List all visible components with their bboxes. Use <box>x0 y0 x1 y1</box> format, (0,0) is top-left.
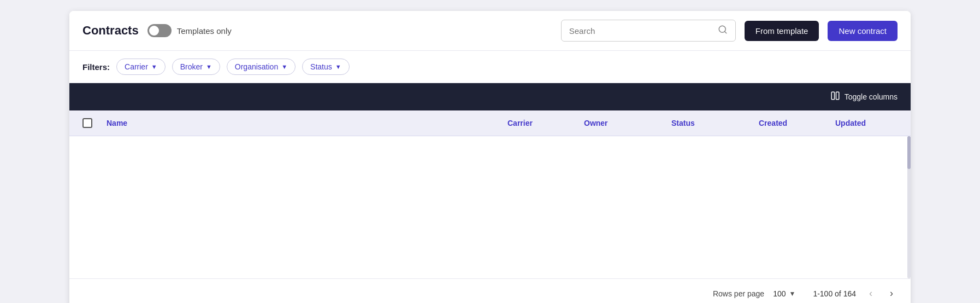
header-carrier[interactable]: Carrier <box>502 111 578 135</box>
filter-broker[interactable]: Broker ▼ <box>172 59 220 75</box>
header-updated[interactable]: Updated <box>830 111 906 135</box>
header-checkbox-cell <box>74 110 101 136</box>
search-icon <box>718 25 728 37</box>
chevron-down-icon: ▼ <box>281 63 287 70</box>
toggle-columns-button[interactable]: Toggle columns <box>830 91 898 103</box>
chevron-down-icon: ▼ <box>151 63 157 70</box>
new-contract-button[interactable]: New contract <box>828 21 898 41</box>
toggle-knob <box>149 26 159 36</box>
header: Contracts Templates only From template N… <box>69 11 911 51</box>
filter-status-label: Status <box>310 62 332 71</box>
rows-per-page-value: 100 <box>773 289 786 298</box>
filter-broker-label: Broker <box>180 62 203 71</box>
filter-status[interactable]: Status ▼ <box>302 59 350 75</box>
chevron-down-icon: ▼ <box>206 63 212 70</box>
pagination-prev-button[interactable]: ‹ <box>865 285 877 301</box>
pagination-info: 1-100 of 164 <box>813 289 856 298</box>
filter-organisation-label: Organisation <box>235 62 278 71</box>
svg-rect-2 <box>831 92 834 100</box>
search-input[interactable] <box>569 26 713 36</box>
toggle-columns-label: Toggle columns <box>845 92 898 101</box>
from-template-button[interactable]: From template <box>745 21 819 41</box>
chevron-down-icon: ▼ <box>335 63 341 70</box>
select-all-checkbox[interactable] <box>82 118 92 128</box>
rows-per-page-select[interactable]: 100 ▼ <box>773 289 795 298</box>
filter-carrier[interactable]: Carrier ▼ <box>116 59 166 75</box>
header-owner[interactable]: Owner <box>578 111 666 135</box>
svg-line-1 <box>724 31 726 33</box>
main-container: Contracts Templates only From template N… <box>69 11 911 303</box>
toggle-label: Templates only <box>177 26 232 36</box>
scrollbar-thumb <box>907 136 911 169</box>
table-toolbar: Toggle columns <box>69 83 911 110</box>
filter-organisation[interactable]: Organisation ▼ <box>227 59 296 75</box>
table-body <box>69 136 911 278</box>
templates-only-toggle[interactable] <box>147 24 172 37</box>
rows-per-page-label: Rows per page <box>713 289 764 298</box>
pagination-next-button[interactable]: › <box>885 285 898 301</box>
svg-rect-3 <box>836 92 839 100</box>
table-header: Name Carrier Owner Status Created Update… <box>69 110 911 136</box>
search-box <box>561 20 736 42</box>
filter-carrier-label: Carrier <box>125 62 148 71</box>
header-created[interactable]: Created <box>753 111 830 135</box>
scrollbar <box>907 136 911 278</box>
templates-toggle-wrapper: Templates only <box>147 24 232 37</box>
rows-dropdown-arrow-icon: ▼ <box>789 290 795 298</box>
filters-bar: Filters: Carrier ▼ Broker ▼ Organisation… <box>69 51 911 83</box>
page-title: Contracts <box>82 24 139 38</box>
table-container: Toggle columns Name Carrier Owner Status… <box>69 83 911 303</box>
header-name[interactable]: Name <box>101 111 502 135</box>
header-status[interactable]: Status <box>666 111 753 135</box>
table-footer: Rows per page 100 ▼ 1-100 of 164 ‹ › <box>69 278 911 303</box>
columns-icon <box>830 91 840 103</box>
filters-label: Filters: <box>82 62 110 72</box>
